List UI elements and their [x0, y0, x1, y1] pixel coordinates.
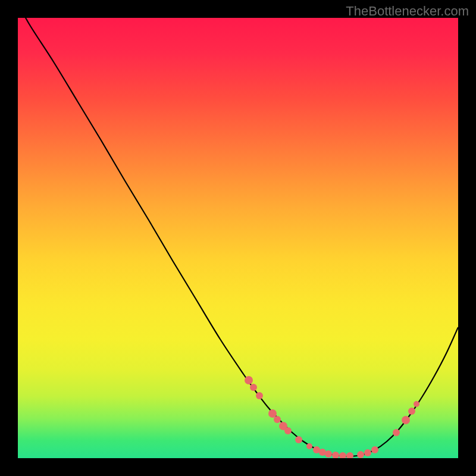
- marker-dot: [306, 443, 312, 449]
- curve-line: [18, 18, 458, 456]
- marker-dot: [346, 452, 353, 458]
- chart-svg: [18, 18, 458, 458]
- marker-dot: [250, 384, 257, 391]
- marker-dot: [332, 452, 339, 458]
- marker-dot: [402, 416, 410, 424]
- marker-dot: [408, 408, 415, 415]
- marker-dot: [357, 451, 364, 458]
- marker-dot: [274, 416, 281, 423]
- marker-dot: [393, 429, 400, 436]
- watermark-text: TheBottlenecker.com: [346, 4, 469, 19]
- marker-dot: [414, 401, 419, 407]
- plot-area: [18, 18, 458, 458]
- marker-dot: [295, 436, 302, 443]
- marker-dot: [284, 427, 292, 434]
- marker-dot: [371, 446, 378, 453]
- marker-group: [245, 376, 419, 458]
- marker-dot: [339, 452, 346, 458]
- marker-dot: [364, 449, 371, 456]
- marker-dot: [325, 450, 332, 458]
- marker-dot: [256, 392, 263, 399]
- marker-dot: [245, 376, 253, 384]
